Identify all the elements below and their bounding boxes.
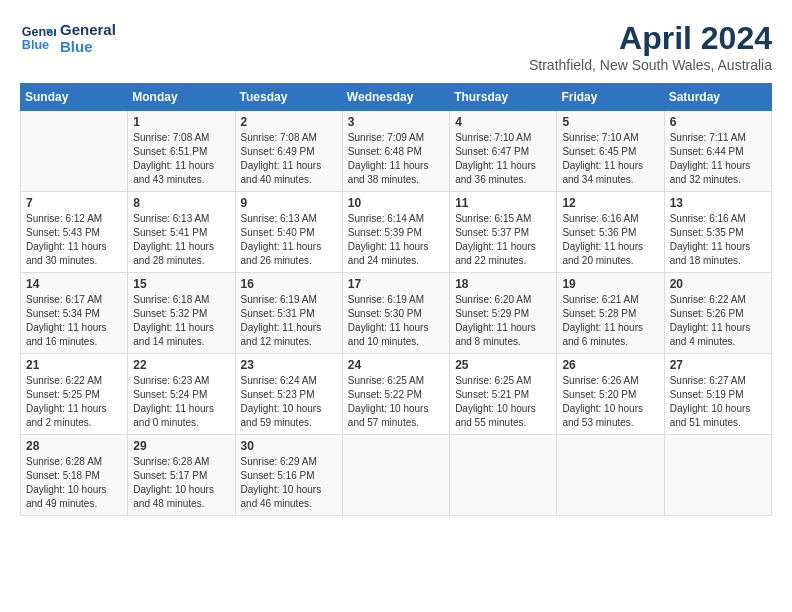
col-header-tuesday: Tuesday xyxy=(235,84,342,111)
calendar-cell: 2Sunrise: 7:08 AMSunset: 6:49 PMDaylight… xyxy=(235,111,342,192)
day-info: Sunrise: 6:12 AMSunset: 5:43 PMDaylight:… xyxy=(26,212,122,268)
day-info: Sunrise: 6:24 AMSunset: 5:23 PMDaylight:… xyxy=(241,374,337,430)
calendar-header: SundayMondayTuesdayWednesdayThursdayFrid… xyxy=(21,84,772,111)
day-info: Sunrise: 6:28 AMSunset: 5:17 PMDaylight:… xyxy=(133,455,229,511)
day-number: 11 xyxy=(455,196,551,210)
calendar-cell: 18Sunrise: 6:20 AMSunset: 5:29 PMDayligh… xyxy=(450,273,557,354)
calendar-week-3: 14Sunrise: 6:17 AMSunset: 5:34 PMDayligh… xyxy=(21,273,772,354)
calendar-cell: 24Sunrise: 6:25 AMSunset: 5:22 PMDayligh… xyxy=(342,354,449,435)
day-info: Sunrise: 7:09 AMSunset: 6:48 PMDaylight:… xyxy=(348,131,444,187)
day-number: 15 xyxy=(133,277,229,291)
calendar-week-4: 21Sunrise: 6:22 AMSunset: 5:25 PMDayligh… xyxy=(21,354,772,435)
calendar-cell: 13Sunrise: 6:16 AMSunset: 5:35 PMDayligh… xyxy=(664,192,771,273)
day-number: 10 xyxy=(348,196,444,210)
calendar-cell: 27Sunrise: 6:27 AMSunset: 5:19 PMDayligh… xyxy=(664,354,771,435)
calendar-cell: 26Sunrise: 6:26 AMSunset: 5:20 PMDayligh… xyxy=(557,354,664,435)
day-info: Sunrise: 6:29 AMSunset: 5:16 PMDaylight:… xyxy=(241,455,337,511)
day-info: Sunrise: 7:08 AMSunset: 6:51 PMDaylight:… xyxy=(133,131,229,187)
day-info: Sunrise: 6:27 AMSunset: 5:19 PMDaylight:… xyxy=(670,374,766,430)
calendar-cell: 11Sunrise: 6:15 AMSunset: 5:37 PMDayligh… xyxy=(450,192,557,273)
day-number: 12 xyxy=(562,196,658,210)
col-header-sunday: Sunday xyxy=(21,84,128,111)
logo-icon: General Blue xyxy=(20,20,56,56)
day-info: Sunrise: 6:22 AMSunset: 5:25 PMDaylight:… xyxy=(26,374,122,430)
day-number: 19 xyxy=(562,277,658,291)
calendar-cell: 14Sunrise: 6:17 AMSunset: 5:34 PMDayligh… xyxy=(21,273,128,354)
day-info: Sunrise: 6:13 AMSunset: 5:40 PMDaylight:… xyxy=(241,212,337,268)
month-title: April 2024 xyxy=(529,20,772,57)
day-number: 24 xyxy=(348,358,444,372)
logo-line2: Blue xyxy=(60,38,116,55)
day-info: Sunrise: 7:10 AMSunset: 6:45 PMDaylight:… xyxy=(562,131,658,187)
calendar-cell: 12Sunrise: 6:16 AMSunset: 5:36 PMDayligh… xyxy=(557,192,664,273)
calendar-week-2: 7Sunrise: 6:12 AMSunset: 5:43 PMDaylight… xyxy=(21,192,772,273)
day-info: Sunrise: 6:18 AMSunset: 5:32 PMDaylight:… xyxy=(133,293,229,349)
calendar-cell: 19Sunrise: 6:21 AMSunset: 5:28 PMDayligh… xyxy=(557,273,664,354)
day-number: 30 xyxy=(241,439,337,453)
day-number: 18 xyxy=(455,277,551,291)
day-number: 3 xyxy=(348,115,444,129)
day-info: Sunrise: 6:19 AMSunset: 5:30 PMDaylight:… xyxy=(348,293,444,349)
calendar-cell: 20Sunrise: 6:22 AMSunset: 5:26 PMDayligh… xyxy=(664,273,771,354)
day-number: 5 xyxy=(562,115,658,129)
day-number: 16 xyxy=(241,277,337,291)
calendar-cell: 25Sunrise: 6:25 AMSunset: 5:21 PMDayligh… xyxy=(450,354,557,435)
day-number: 2 xyxy=(241,115,337,129)
calendar-cell xyxy=(342,435,449,516)
day-number: 28 xyxy=(26,439,122,453)
day-info: Sunrise: 7:10 AMSunset: 6:47 PMDaylight:… xyxy=(455,131,551,187)
day-number: 21 xyxy=(26,358,122,372)
day-number: 1 xyxy=(133,115,229,129)
calendar-cell xyxy=(664,435,771,516)
calendar-cell: 9Sunrise: 6:13 AMSunset: 5:40 PMDaylight… xyxy=(235,192,342,273)
col-header-friday: Friday xyxy=(557,84,664,111)
day-number: 25 xyxy=(455,358,551,372)
day-number: 7 xyxy=(26,196,122,210)
svg-text:Blue: Blue xyxy=(22,38,49,52)
day-info: Sunrise: 6:25 AMSunset: 5:22 PMDaylight:… xyxy=(348,374,444,430)
title-block: April 2024 Strathfield, New South Wales,… xyxy=(529,20,772,73)
calendar-cell: 30Sunrise: 6:29 AMSunset: 5:16 PMDayligh… xyxy=(235,435,342,516)
calendar-cell: 29Sunrise: 6:28 AMSunset: 5:17 PMDayligh… xyxy=(128,435,235,516)
day-number: 23 xyxy=(241,358,337,372)
day-number: 26 xyxy=(562,358,658,372)
day-info: Sunrise: 7:11 AMSunset: 6:44 PMDaylight:… xyxy=(670,131,766,187)
day-info: Sunrise: 6:16 AMSunset: 5:35 PMDaylight:… xyxy=(670,212,766,268)
page-header: General Blue General Blue April 2024 Str… xyxy=(20,20,772,73)
calendar-cell: 28Sunrise: 6:28 AMSunset: 5:18 PMDayligh… xyxy=(21,435,128,516)
day-info: Sunrise: 6:17 AMSunset: 5:34 PMDaylight:… xyxy=(26,293,122,349)
day-number: 20 xyxy=(670,277,766,291)
calendar-cell: 17Sunrise: 6:19 AMSunset: 5:30 PMDayligh… xyxy=(342,273,449,354)
col-header-thursday: Thursday xyxy=(450,84,557,111)
col-header-monday: Monday xyxy=(128,84,235,111)
calendar-cell xyxy=(450,435,557,516)
calendar-cell: 15Sunrise: 6:18 AMSunset: 5:32 PMDayligh… xyxy=(128,273,235,354)
day-info: Sunrise: 6:20 AMSunset: 5:29 PMDaylight:… xyxy=(455,293,551,349)
calendar-cell: 5Sunrise: 7:10 AMSunset: 6:45 PMDaylight… xyxy=(557,111,664,192)
day-info: Sunrise: 6:23 AMSunset: 5:24 PMDaylight:… xyxy=(133,374,229,430)
day-number: 13 xyxy=(670,196,766,210)
subtitle: Strathfield, New South Wales, Australia xyxy=(529,57,772,73)
day-number: 29 xyxy=(133,439,229,453)
day-info: Sunrise: 6:14 AMSunset: 5:39 PMDaylight:… xyxy=(348,212,444,268)
day-number: 6 xyxy=(670,115,766,129)
calendar-cell: 4Sunrise: 7:10 AMSunset: 6:47 PMDaylight… xyxy=(450,111,557,192)
calendar-cell: 3Sunrise: 7:09 AMSunset: 6:48 PMDaylight… xyxy=(342,111,449,192)
calendar-cell: 21Sunrise: 6:22 AMSunset: 5:25 PMDayligh… xyxy=(21,354,128,435)
calendar-table: SundayMondayTuesdayWednesdayThursdayFrid… xyxy=(20,83,772,516)
day-info: Sunrise: 6:15 AMSunset: 5:37 PMDaylight:… xyxy=(455,212,551,268)
calendar-cell: 1Sunrise: 7:08 AMSunset: 6:51 PMDaylight… xyxy=(128,111,235,192)
day-info: Sunrise: 6:22 AMSunset: 5:26 PMDaylight:… xyxy=(670,293,766,349)
calendar-cell: 6Sunrise: 7:11 AMSunset: 6:44 PMDaylight… xyxy=(664,111,771,192)
calendar-week-5: 28Sunrise: 6:28 AMSunset: 5:18 PMDayligh… xyxy=(21,435,772,516)
calendar-cell: 7Sunrise: 6:12 AMSunset: 5:43 PMDaylight… xyxy=(21,192,128,273)
logo-line1: General xyxy=(60,21,116,38)
calendar-cell: 10Sunrise: 6:14 AMSunset: 5:39 PMDayligh… xyxy=(342,192,449,273)
day-info: Sunrise: 7:08 AMSunset: 6:49 PMDaylight:… xyxy=(241,131,337,187)
day-info: Sunrise: 6:16 AMSunset: 5:36 PMDaylight:… xyxy=(562,212,658,268)
calendar-cell: 16Sunrise: 6:19 AMSunset: 5:31 PMDayligh… xyxy=(235,273,342,354)
day-number: 4 xyxy=(455,115,551,129)
day-number: 9 xyxy=(241,196,337,210)
col-header-wednesday: Wednesday xyxy=(342,84,449,111)
calendar-cell xyxy=(557,435,664,516)
